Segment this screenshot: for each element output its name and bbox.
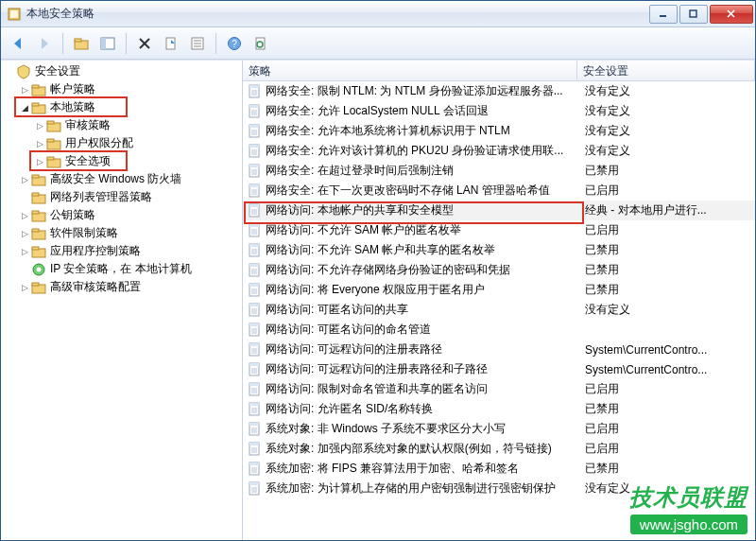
column-header-setting[interactable]: 安全设置 — [577, 61, 755, 80]
tree-node[interactable]: ▷高级安全 Windows 防火墙 — [1, 170, 242, 188]
tree-node[interactable]: IP 安全策略，在 本地计算机 — [1, 260, 242, 278]
policy-icon — [247, 243, 262, 258]
up-button[interactable] — [70, 32, 93, 55]
policy-icon — [247, 323, 262, 338]
column-header-policy[interactable]: 策略 — [243, 61, 577, 80]
expand-icon[interactable]: ▷ — [33, 139, 46, 148]
minimize-button[interactable] — [649, 5, 678, 24]
svg-rect-39 — [32, 247, 39, 250]
tree-pane[interactable]: 安全设置 ▷帐户策略◢本地策略▷审核策略▷用户权限分配▷安全选项▷高级安全 Wi… — [1, 61, 243, 540]
maximize-button[interactable] — [679, 5, 708, 24]
svg-rect-75 — [249, 204, 259, 207]
export-button[interactable] — [160, 32, 182, 55]
expand-icon[interactable]: ▷ — [18, 283, 31, 292]
folder-icon — [31, 226, 46, 241]
svg-rect-145 — [249, 482, 259, 485]
list-row[interactable]: 网络访问: 不允许 SAM 帐户的匿名枚举已启用 — [243, 220, 755, 240]
tree-node[interactable]: 网络列表管理器策略 — [1, 188, 242, 206]
list-row[interactable]: 系统对象: 非 Windows 子系统不要求区分大小写已启用 — [243, 419, 755, 439]
list-row[interactable]: 网络访问: 可匿名访问的共享没有定义 — [243, 300, 755, 320]
back-button[interactable] — [7, 32, 29, 55]
help-button[interactable]: ? — [223, 32, 246, 55]
list-row[interactable]: 网络安全: 允许本地系统将计算机标识用于 NTLM没有定义 — [243, 121, 755, 141]
delete-button[interactable] — [133, 32, 156, 55]
setting-cell: 已启用 — [581, 222, 755, 238]
list-row[interactable]: 网络访问: 可匿名访问的命名管道 — [243, 320, 755, 340]
policy-icon — [247, 223, 262, 238]
setting-cell: 已禁用 — [581, 461, 755, 477]
list-row[interactable]: 网络访问: 可远程访问的注册表路径System\CurrentContro... — [243, 340, 755, 359]
list-row[interactable]: 网络安全: 限制 NTLM: 为 NTLM 身份验证添加远程服务器...没有定义 — [243, 81, 755, 101]
tree-node[interactable]: ▷安全选项 — [1, 152, 242, 170]
svg-rect-2 — [690, 10, 696, 17]
svg-rect-21 — [32, 85, 39, 88]
tree-node[interactable]: ▷公钥策略 — [1, 206, 242, 224]
policy-cell: 网络访问: 不允许存储网络身份验证的密码和凭据 — [266, 262, 581, 278]
tree-root[interactable]: 安全设置 — [1, 62, 242, 80]
list-row[interactable]: 网络访问: 将 Everyone 权限应用于匿名用户已禁用 — [243, 280, 755, 300]
list-row[interactable]: 系统加密: 将 FIPS 兼容算法用于加密、哈希和签名已禁用 — [243, 459, 755, 479]
tree-node-label: 高级安全 Windows 防火墙 — [50, 171, 181, 187]
close-button[interactable] — [710, 5, 753, 24]
expand-icon[interactable]: ▷ — [18, 247, 31, 256]
policy-cell: 网络安全: 在超过登录时间后强制注销 — [266, 163, 581, 179]
show-hide-tree-button[interactable] — [96, 32, 119, 55]
tree-node[interactable]: ▷高级审核策略配置 — [1, 278, 242, 296]
expand-icon[interactable]: ▷ — [18, 229, 31, 238]
toolbar: ? — [1, 27, 755, 60]
expand-icon[interactable]: ▷ — [33, 121, 46, 131]
setting-cell: 没有定义 — [581, 143, 755, 159]
tree-node[interactable]: ▷软件限制策略 — [1, 224, 242, 242]
svg-rect-95 — [249, 284, 259, 287]
expand-icon[interactable]: ▷ — [33, 157, 46, 166]
list-row[interactable]: 网络安全: 允许对该计算机的 PKU2U 身份验证请求使用联...没有定义 — [243, 141, 755, 161]
list-row[interactable]: 系统对象: 加强内部系统对象的默认权限(例如，符号链接)已启用 — [243, 439, 755, 459]
list-row[interactable]: 网络访问: 允许匿名 SID/名称转换已禁用 — [243, 399, 755, 419]
policy-cell: 网络安全: 允许 LocalSystem NULL 会话回退 — [266, 103, 581, 119]
ipsec-icon — [31, 262, 46, 277]
svg-rect-8 — [101, 38, 106, 49]
tree-node[interactable]: ◢本地策略 — [1, 98, 242, 116]
policy-icon — [247, 442, 262, 457]
svg-rect-85 — [249, 244, 259, 247]
list-row[interactable]: 网络安全: 允许 LocalSystem NULL 会话回退没有定义 — [243, 101, 755, 121]
list-row[interactable]: 网络安全: 在下一次更改密码时不存储 LAN 管理器哈希值已启用 — [243, 181, 755, 201]
list-row[interactable]: 网络安全: 在超过登录时间后强制注销已禁用 — [243, 161, 755, 181]
list-row[interactable]: 网络访问: 本地帐户的共享和安全模型经典 - 对本地用户进行... — [243, 201, 755, 220]
setting-cell: 没有定义 — [581, 123, 755, 139]
policy-cell: 网络访问: 本地帐户的共享和安全模型 — [266, 202, 581, 218]
expand-icon[interactable]: ▷ — [18, 211, 31, 220]
list-row[interactable]: 网络访问: 限制对命名管道和共享的匿名访问已启用 — [243, 379, 755, 399]
list-body[interactable]: 网络安全: 限制 NTLM: 为 NTLM 身份验证添加远程服务器...没有定义… — [243, 81, 755, 540]
policy-cell: 网络安全: 在下一次更改密码时不存储 LAN 管理器哈希值 — [266, 183, 581, 199]
list-row[interactable]: 系统加密: 为计算机上存储的用户密钥强制进行强密钥保护没有定义 — [243, 479, 755, 498]
list-row[interactable]: 网络访问: 可远程访问的注册表路径和子路径System\CurrentContr… — [243, 359, 755, 379]
expand-icon[interactable]: ▷ — [18, 85, 31, 95]
tree-node-label: 安全设置 — [35, 63, 80, 79]
policy-cell: 系统加密: 将 FIPS 兼容算法用于加密、哈希和签名 — [266, 461, 581, 477]
collapse-icon[interactable]: ◢ — [18, 103, 31, 113]
tree-node-label: 公钥策略 — [50, 207, 95, 223]
tree-node[interactable]: ▷帐户策略 — [1, 80, 242, 98]
tree-node[interactable]: ▷审核策略 — [1, 116, 242, 134]
svg-rect-25 — [47, 121, 54, 124]
folder-icon — [31, 244, 46, 259]
forward-button[interactable] — [33, 32, 56, 55]
svg-rect-115 — [249, 363, 259, 366]
properties-button[interactable] — [186, 32, 209, 55]
tree-node[interactable]: ▷用户权限分配 — [1, 134, 242, 152]
folder-icon — [31, 172, 46, 187]
setting-cell: 已启用 — [581, 421, 755, 437]
svg-rect-31 — [32, 175, 39, 178]
tree-node-label: 网络列表管理器策略 — [50, 189, 152, 205]
policy-icon — [247, 402, 262, 417]
svg-rect-23 — [32, 103, 39, 106]
policy-icon — [247, 303, 262, 318]
policy-icon — [247, 422, 262, 437]
list-row[interactable]: 网络访问: 不允许 SAM 帐户和共享的匿名枚举已禁用 — [243, 240, 755, 260]
expand-icon[interactable]: ▷ — [18, 175, 31, 184]
refresh-button[interactable] — [249, 32, 272, 55]
policy-cell: 网络访问: 可匿名访问的命名管道 — [266, 322, 581, 338]
tree-node[interactable]: ▷应用程序控制策略 — [1, 242, 242, 260]
list-row[interactable]: 网络访问: 不允许存储网络身份验证的密码和凭据已禁用 — [243, 260, 755, 280]
